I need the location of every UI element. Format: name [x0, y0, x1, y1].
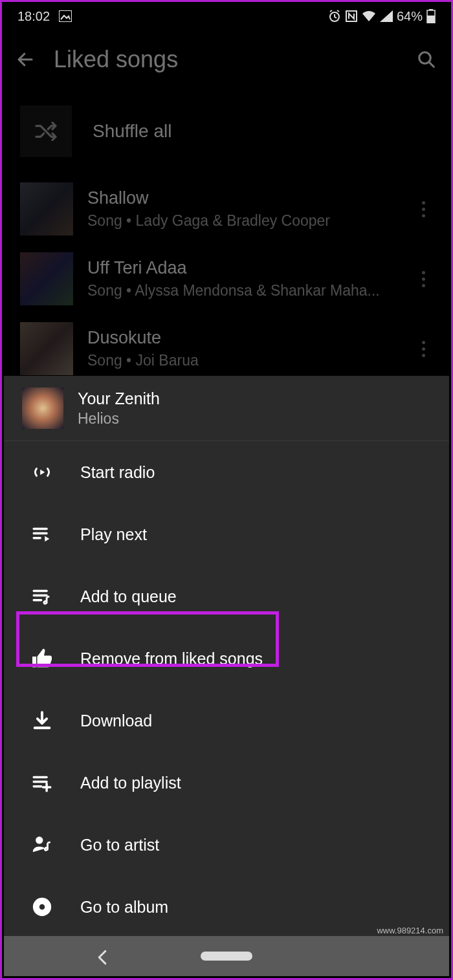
menu-label: Go to album: [80, 898, 168, 917]
menu-label: Play next: [80, 525, 147, 544]
menu-play-next[interactable]: Play next: [4, 503, 449, 565]
menu-label: Add to queue: [80, 587, 177, 606]
nfc-icon: [345, 10, 358, 23]
bottom-sheet: Your Zenith Helios Start radio Play next…: [4, 376, 449, 976]
sheet-song-title: Your Zenith: [78, 389, 160, 408]
menu-add-to-playlist[interactable]: Add to playlist: [4, 752, 449, 814]
app-bar: Liked songs: [2, 30, 451, 89]
menu-start-radio[interactable]: Start radio: [4, 441, 449, 503]
song-subtitle: Song • Alyssa Mendonsa & Shankar Maha...: [87, 282, 398, 299]
shuffle-all-row[interactable]: Shuffle all: [2, 89, 451, 174]
menu-remove-liked[interactable]: Remove from liked songs: [4, 627, 449, 690]
battery-icon: [426, 9, 436, 23]
playlist-add-icon: [30, 770, 54, 795]
download-icon: [30, 708, 54, 733]
more-button[interactable]: [414, 341, 433, 357]
menu-download[interactable]: Download: [4, 690, 449, 752]
menu-label: Add to playlist: [80, 774, 181, 792]
nav-home-pill[interactable]: [201, 952, 252, 961]
sheet-artist: Helios: [78, 410, 160, 428]
thumb-up-icon: [30, 646, 54, 671]
more-button[interactable]: [414, 201, 433, 217]
status-time: 18:02: [17, 9, 50, 24]
shuffle-icon: [20, 105, 72, 157]
alarm-icon: [328, 10, 341, 23]
album-art: [20, 182, 73, 235]
svg-rect-5: [427, 16, 435, 23]
battery-pct: 64%: [397, 9, 423, 24]
more-button[interactable]: [414, 271, 433, 287]
song-row[interactable]: Dusokute Song • Joi Barua: [2, 314, 451, 384]
menu-add-to-queue[interactable]: Add to queue: [4, 565, 449, 627]
picture-icon: [59, 10, 72, 22]
radio-icon: [30, 460, 54, 485]
svg-point-7: [36, 836, 43, 844]
svg-point-9: [39, 904, 45, 910]
system-nav-bar: [4, 936, 449, 976]
menu-go-to-artist[interactable]: Go to artist: [4, 814, 449, 876]
song-title: Dusokute: [87, 328, 399, 348]
album-icon: [30, 895, 54, 919]
menu-label: Go to artist: [80, 836, 159, 855]
sheet-album-art: [22, 387, 63, 429]
song-title: Uff Teri Adaa: [87, 258, 399, 278]
play-next-icon: [30, 522, 54, 547]
queue-icon: [30, 584, 54, 609]
menu-label: Start radio: [80, 463, 155, 482]
shuffle-label: Shuffle all: [93, 121, 171, 142]
album-art: [20, 322, 73, 375]
page-title: Liked songs: [54, 46, 397, 73]
svg-point-6: [419, 52, 431, 64]
watermark: www.989214.com: [377, 926, 443, 935]
wifi-icon: [362, 10, 376, 22]
album-art: [20, 252, 73, 305]
background-content: Liked songs Shuffle all Shallow Song • L…: [2, 30, 451, 384]
sheet-header: Your Zenith Helios: [4, 376, 449, 441]
menu-list: Start radio Play next Add to queue Remov…: [4, 441, 449, 980]
song-row[interactable]: Shallow Song • Lady Gaga & Bradley Coope…: [2, 174, 451, 244]
nav-back-button[interactable]: [97, 950, 110, 963]
song-subtitle: Song • Lady Gaga & Bradley Cooper: [87, 212, 398, 230]
menu-label: Remove from liked songs: [80, 649, 263, 668]
song-row[interactable]: Uff Teri Adaa Song • Alyssa Mendonsa & S…: [2, 244, 451, 314]
back-button[interactable]: [15, 49, 36, 70]
status-bar: 18:02 64%: [2, 2, 451, 30]
song-subtitle: Song • Joi Barua: [87, 352, 398, 369]
song-title: Shallow: [87, 188, 399, 208]
signal-icon: [380, 10, 393, 22]
menu-label: Download: [80, 712, 152, 730]
search-button[interactable]: [415, 48, 438, 71]
artist-icon: [30, 833, 54, 857]
